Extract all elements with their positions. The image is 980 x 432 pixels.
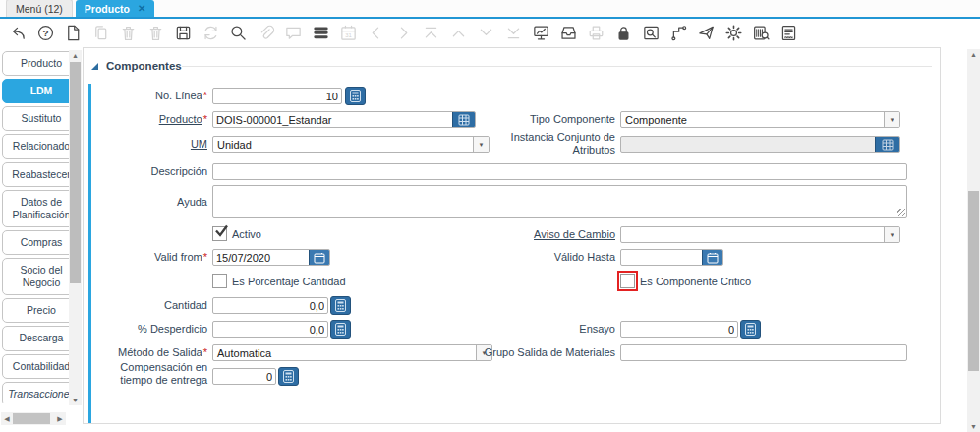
sidebar-tab-precio[interactable]: Precio [2, 298, 69, 323]
desperdicio-calculator-button[interactable] [330, 320, 351, 339]
compensacion-label: Compensación en tiempo de entrega [91, 361, 207, 387]
workflow-icon[interactable] [667, 23, 689, 44]
scroll-down-icon[interactable]: ▼ [967, 421, 980, 432]
sidebar-tab-contabilidad[interactable]: Contabilidad [2, 354, 69, 379]
main-scrollbar[interactable]: ▲ ▼ [967, 49, 980, 432]
cantidad-calculator-button[interactable] [330, 296, 351, 315]
main-scrollbar-thumb[interactable] [968, 191, 979, 371]
lock-icon[interactable] [612, 23, 634, 44]
row-desperdicio: % Desperdicio Ensayo [84, 321, 940, 339]
compensacion-calculator-button[interactable] [278, 367, 299, 386]
sidebar-tab-ldm[interactable]: LDM [2, 79, 69, 103]
calendar-icon: 31 [337, 23, 359, 44]
aviso-cambio-label[interactable]: Aviso de Cambio [414, 226, 615, 243]
scroll-up-icon[interactable]: ▲ [967, 49, 980, 60]
sidebar-tab-sustituto[interactable]: Sustituto [2, 106, 69, 131]
valido-hasta-calendar-button[interactable] [702, 250, 722, 265]
calendar-icon [314, 252, 325, 264]
ensayo-label: Ensayo [414, 321, 615, 338]
file-report-icon[interactable] [778, 23, 799, 44]
scroll-up-icon[interactable]: ▲ [69, 50, 82, 61]
sidebar-tab-socio-del-negocio[interactable]: Socio del Negocio [2, 258, 69, 295]
close-icon[interactable]: ✕ [138, 4, 145, 14]
no-linea-field [212, 88, 342, 104]
activo-checkbox[interactable] [212, 226, 227, 241]
descripcion-input[interactable] [213, 164, 906, 179]
help-icon[interactable]: ? [34, 23, 56, 44]
tipo-componente-label: Tipo Componente [414, 111, 615, 128]
sidebar-tab-compras[interactable]: Compras [2, 230, 69, 255]
um-select[interactable]: Unidad ▼ [212, 136, 490, 153]
producto-label[interactable]: Producto* [91, 111, 207, 128]
resize-grip-icon[interactable] [897, 209, 905, 216]
row-descripcion: Descripción [84, 163, 940, 182]
ayuda-label: Ayuda [91, 194, 207, 211]
sidebar-tab-producto[interactable]: Producto [2, 51, 69, 76]
row-valid-from: Valid from* Válido Hasta [84, 249, 940, 268]
valid-from-field [212, 249, 330, 266]
row-um: UM Unidad ▼ Instancia Conjunto de Atribu… [84, 136, 940, 154]
es-critico-checkbox[interactable] [620, 274, 635, 288]
report-icon[interactable] [530, 23, 551, 44]
dropdown-arrow-icon: ▼ [884, 112, 899, 127]
svg-text:?: ? [42, 28, 48, 38]
new-record-icon[interactable] [62, 23, 84, 44]
undo-icon[interactable] [7, 23, 29, 44]
sidebar-tab-relacionado[interactable]: Relacionado [2, 134, 69, 158]
descripcion-field [212, 163, 907, 180]
sidebar-tab-transacciones[interactable]: Transacciones [2, 382, 69, 403]
tab-sidebar: ProductoLDMSustitutoRelacionadoReabastec… [2, 51, 69, 403]
no-linea-input[interactable] [213, 89, 341, 103]
sidebar-tab-datos-de-planificacion[interactable]: Datos de Planificación [2, 190, 69, 227]
tipo-componente-select[interactable]: Componente ▼ [620, 111, 900, 128]
group-header[interactable]: Componentes [90, 60, 182, 72]
ensayo-calculator-button[interactable] [740, 320, 761, 339]
grid-toggle-icon[interactable] [310, 23, 331, 44]
cantidad-input[interactable] [213, 298, 327, 313]
grupo-salida-field [620, 344, 907, 361]
dropdown-arrow-icon: ▼ [473, 137, 489, 152]
desperdicio-input[interactable] [213, 322, 327, 337]
last-record-icon [502, 23, 524, 44]
find-icon[interactable] [227, 23, 249, 44]
ensayo-input[interactable] [621, 322, 737, 337]
tab-producto[interactable]: Producto ✕ [76, 0, 154, 17]
valid-from-input[interactable] [213, 250, 309, 265]
scroll-down-icon[interactable]: ▼ [69, 395, 82, 405]
scroll-right-icon[interactable]: ▶ [54, 412, 66, 425]
next-record-icon [392, 23, 414, 44]
process-icon[interactable] [722, 23, 744, 44]
sidebar-scrollbar[interactable]: ▲ ▼ [69, 50, 82, 405]
cantidad-field [212, 297, 328, 314]
sidebar-scrollbar-thumb[interactable] [70, 62, 81, 283]
parent-record-icon [447, 23, 469, 44]
sidebar-tab-reabastecer[interactable]: Reabastecer [2, 162, 69, 187]
sidebar-hscrollbar[interactable]: ◀ ▶ [1, 412, 66, 425]
aviso-cambio-select[interactable]: ▼ [620, 226, 900, 243]
sidebar-tab-descarga[interactable]: Descarga [2, 326, 69, 350]
valido-hasta-input[interactable] [621, 250, 702, 265]
toolbar: ?31 [0, 19, 980, 47]
valid-from-calendar-button[interactable] [309, 250, 329, 265]
es-porcentaje-checkbox[interactable] [212, 274, 227, 288]
grupo-salida-input[interactable] [621, 345, 906, 360]
row-porcentaje: Es Porcentaje Cantidad Es Componente Cri… [84, 274, 940, 292]
instancia-attribute-button[interactable] [875, 137, 899, 152]
es-critico-label: Es Componente Critico [640, 276, 751, 287]
sidebar-hscrollbar-thumb[interactable] [13, 413, 50, 424]
um-label[interactable]: UM [91, 136, 207, 153]
ayuda-textarea[interactable] [213, 186, 906, 217]
save-icon[interactable] [172, 23, 194, 44]
activo-label: Activo [232, 228, 261, 240]
send-mail-icon[interactable] [695, 23, 717, 44]
archive-icon[interactable] [557, 23, 579, 44]
tab-menu[interactable]: Menú (12) [6, 0, 73, 17]
compensacion-input[interactable] [213, 369, 275, 384]
export-icon[interactable] [750, 23, 772, 44]
no-linea-calculator-button[interactable] [345, 87, 366, 105]
zoom-across-icon[interactable] [640, 23, 662, 44]
scroll-left-icon[interactable]: ◀ [1, 412, 13, 425]
refresh-icon [200, 23, 221, 44]
descripcion-label: Descripción [91, 163, 207, 180]
window-tabbar: Menú (12) Producto ✕ [0, 0, 980, 19]
